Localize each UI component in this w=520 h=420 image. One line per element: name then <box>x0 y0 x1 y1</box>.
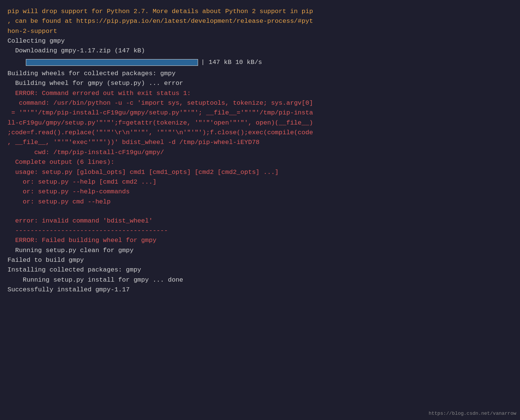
progress-bar-indent <box>9 58 24 67</box>
terminal-window: pip will drop support for Python 2.7. Mo… <box>0 0 520 420</box>
complete-output-line: Complete output (6 lines): <box>7 157 513 167</box>
install-done-line: Running setup.py install for gmpy ... do… <box>7 275 513 285</box>
blank-line-1 <box>7 207 513 216</box>
installing-line: Installing collected packages: gmpy <box>7 265 513 275</box>
cwd-line: cwd: /tmp/pip-install-cF19gu/gmpy/ <box>7 148 513 157</box>
invalid-command-line: error: invalid command 'bdist_wheel' <box>7 216 513 226</box>
command-line-3: ll-cF19gu/gmpy/setup.py'"'"';f=getattr(t… <box>7 118 513 128</box>
clean-line: Running setup.py clean for gmpy <box>7 246 513 255</box>
error-command-line: ERROR: Command errored out with exit sta… <box>7 89 513 98</box>
command-line-1: command: /usr/bin/python -u -c 'import s… <box>7 98 513 108</box>
watermark: https://blog.csdn.net/vanarrow <box>429 411 516 416</box>
downloading-line: Downloading gmpy-1.17.zip (147 kB) <box>7 46 513 56</box>
usage-line-4: or: setup.py cmd --help <box>7 197 513 207</box>
command-line-5: , __file__, '"'"'exec'"'"'))' bdist_whee… <box>7 138 513 147</box>
error-failed-line: ERROR: Failed building wheel for gmpy <box>7 236 513 245</box>
separator-line: ---------------------------------------- <box>7 226 513 236</box>
usage-line-2: or: setup.py --help [cmd1 cmd2 ...] <box>7 177 513 187</box>
building-wheels-line: Building wheels for collected packages: … <box>7 69 513 79</box>
command-line-2: = '"'"'/tmp/pip-install-cF19gu/gmpy/setu… <box>7 108 513 118</box>
usage-line-3: or: setup.py --help-commands <box>7 187 513 197</box>
warning-line-3: hon-2-support <box>7 27 513 36</box>
command-line-4: ;code=f.read().replace('"'"'\r\n'"'"', '… <box>7 128 513 138</box>
warning-line-2: , can be found at https://pip.pypa.io/en… <box>7 16 513 26</box>
warning-line-1: pip will drop support for Python 2.7. Mo… <box>7 7 513 16</box>
failed-build-line: Failed to build gmpy <box>7 255 513 265</box>
collecting-line: Collecting gmpy <box>7 36 513 46</box>
success-line: Successfully installed gmpy-1.17 <box>7 285 513 295</box>
usage-line-1: usage: setup.py [global_opts] cmd1 [cmd1… <box>7 168 513 177</box>
progress-line: | 147 kB 10 kB/s <box>7 58 513 67</box>
progress-stats: | 147 kB 10 kB/s <box>201 59 262 66</box>
progress-bar <box>26 59 198 66</box>
progress-bar-fill <box>26 59 198 65</box>
building-wheel-line: Building wheel for gmpy (setup.py) ... e… <box>7 79 513 88</box>
